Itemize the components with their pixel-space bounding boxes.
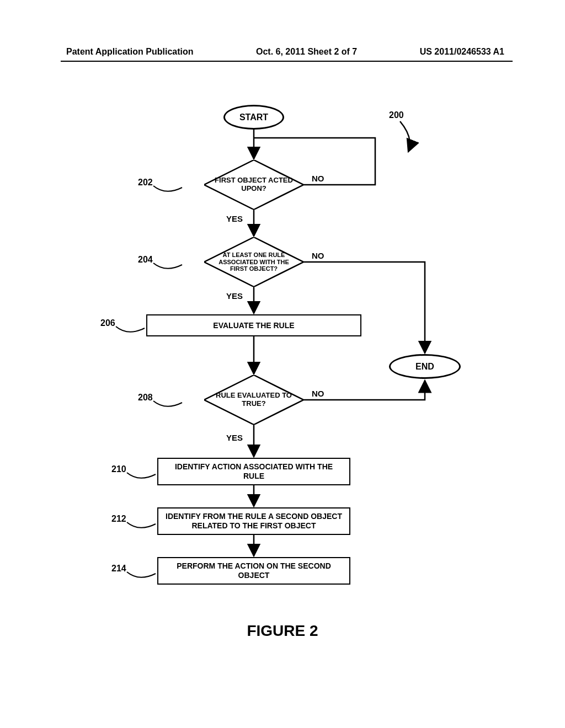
process-206-label: EVALUATE THE RULE [213,321,294,330]
figure-title: FIGURE 2 [0,622,565,640]
decision-204-label: AT LEAST ONE RULE ASSOCIATED WITH THE FI… [204,251,303,272]
ref-212: 212 [111,514,126,524]
header-center: Oct. 6, 2011 Sheet 2 of 7 [256,47,357,57]
decision-204: AT LEAST ONE RULE ASSOCIATED WITH THE FI… [204,237,303,287]
decision-202: FIRST OBJECT ACTED UPON? [204,160,303,210]
no-label-202: NO [312,174,324,183]
process-214-label: PERFORM THE ACTION ON THE SECOND OBJECT [165,561,343,580]
terminal-start-label: START [239,113,268,122]
ref-204: 204 [138,255,153,265]
process-214: PERFORM THE ACTION ON THE SECOND OBJECT [157,557,350,585]
process-210: IDENTIFY ACTION ASSOCIATED WITH THE RULE [157,458,350,485]
ref-208: 208 [138,393,153,403]
header-left: Patent Application Publication [66,47,194,57]
process-210-label: IDENTIFY ACTION ASSOCIATED WITH THE RULE [165,462,343,481]
no-label-208: NO [312,389,324,398]
process-212-label: IDENTIFY FROM THE RULE A SECOND OBJECT R… [165,512,343,531]
ref-210: 210 [111,464,126,474]
no-label-204: NO [312,251,324,260]
terminal-end: END [389,354,461,379]
decision-202-label: FIRST OBJECT ACTED UPON? [204,176,303,193]
yes-label-202: YES [226,214,243,223]
ref-214: 214 [111,564,126,574]
terminal-start: START [223,105,284,130]
ref-202: 202 [138,178,153,188]
ref-200: 200 [389,110,404,120]
process-212: IDENTIFY FROM THE RULE A SECOND OBJECT R… [157,507,350,535]
header-right: US 2011/0246533 A1 [420,47,504,57]
yes-label-208: YES [226,433,243,442]
flowchart-canvas: START FIRST OBJECT ACTED UPON? YES NO 20… [83,99,469,640]
yes-label-204: YES [226,291,243,301]
ref-206: 206 [100,318,115,328]
process-206: EVALUATE THE RULE [146,314,361,336]
terminal-end-label: END [415,362,434,372]
decision-208-label: RULE EVALUATED TO TRUE? [204,392,303,408]
header-divider [61,61,513,62]
page-header: Patent Application Publication Oct. 6, 2… [0,47,565,57]
decision-208: RULE EVALUATED TO TRUE? [204,375,303,425]
